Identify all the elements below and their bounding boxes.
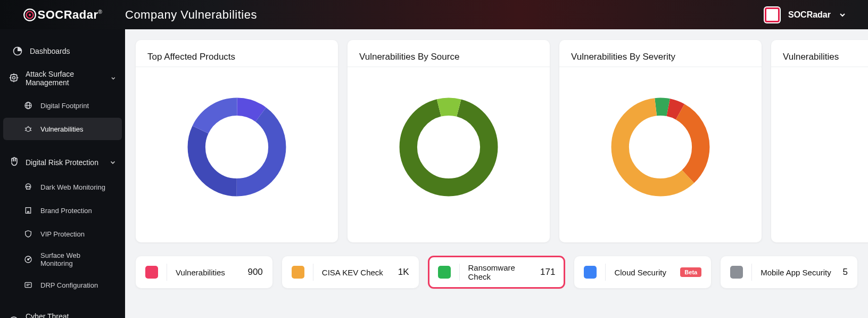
beta-badge: Beta (680, 267, 701, 277)
stat-value: 171 (540, 267, 555, 278)
svg-point-37 (408, 107, 489, 187)
shield-icon (22, 228, 34, 240)
stat-label: Vulnerabilities (176, 268, 225, 277)
stats-row: Vulnerabilities 900 CISA KEV Check 1K Ra… (136, 256, 857, 288)
stat-swatch (292, 266, 304, 279)
stat-value: 900 (247, 267, 262, 278)
chevron-down-icon (838, 11, 847, 19)
svg-point-19 (27, 186, 28, 187)
svg-rect-26 (28, 211, 29, 213)
stat-ransomware[interactable]: Ransomware Check 171 (428, 256, 565, 288)
sidebar-item-drp-config[interactable]: DRP Configuration (3, 274, 122, 296)
svg-point-5 (13, 76, 15, 79)
stat-mobile-app-security[interactable]: Mobile App Security 5 (721, 256, 857, 288)
stat-swatch (584, 266, 597, 279)
card-title: Vulnerabilities By Severity (571, 52, 750, 62)
divider (459, 264, 460, 281)
config-icon (22, 279, 34, 291)
divider (605, 264, 606, 281)
radar-scan-icon (22, 254, 34, 265)
divider (751, 264, 752, 281)
account-switcher[interactable]: SOCRadar (764, 6, 868, 23)
stat-label: Ransomware Check (468, 263, 532, 281)
stat-label: Mobile App Security (760, 268, 831, 277)
svg-line-15 (25, 128, 26, 128)
svg-line-18 (30, 130, 31, 131)
skull-icon (22, 181, 34, 193)
sidebar-item-label: Dashboards (30, 47, 70, 55)
sidebar-item-label: Cyber Threat Intelligence (26, 312, 103, 318)
sidebar-item-label: Surface Web Monitoring (40, 251, 113, 267)
eye-icon (9, 315, 19, 319)
stat-value: 5 (843, 267, 848, 278)
sidebar-item-label: Digital Risk Protection (26, 158, 98, 167)
svg-rect-29 (25, 282, 31, 287)
stat-swatch (438, 266, 451, 279)
svg-point-2 (28, 13, 30, 15)
brand-logo[interactable]: SOCRadar® (0, 8, 125, 22)
svg-line-17 (25, 130, 26, 131)
svg-rect-4 (11, 75, 17, 81)
stat-vulnerabilities[interactable]: Vulnerabilities 900 (136, 256, 272, 288)
sidebar: Dashboards Attack Surface Management Dig… (0, 29, 125, 318)
svg-line-16 (30, 128, 31, 128)
card-top-affected-products[interactable]: Top Affected Products (136, 40, 338, 242)
sidebar-item-label: Vulnerabilities (40, 125, 83, 133)
sidebar-item-dashboards[interactable]: Dashboards (3, 40, 122, 62)
charts-row: Top Affected Products Vulnerabilities By… (136, 40, 857, 242)
sidebar-item-asm[interactable]: Attack Surface Management (0, 63, 125, 93)
sidebar-item-label: Brand Protection (40, 207, 92, 215)
sidebar-item-label: DRP Configuration (40, 281, 98, 289)
chevron-down-icon (110, 75, 117, 82)
stat-cloud-security[interactable]: Cloud Security Beta (574, 256, 711, 288)
sidebar-item-vip-protection[interactable]: VIP Protection (3, 223, 122, 245)
stat-swatch (145, 266, 158, 279)
svg-point-13 (26, 127, 30, 132)
sidebar-item-brand-protection[interactable]: Brand Protection (3, 199, 122, 222)
card-title: Vulnerabilities (783, 52, 868, 62)
donut-chart-severity (607, 94, 714, 200)
page-title: Company Vulnerabilities (125, 8, 257, 22)
donut-chart-products (184, 94, 290, 200)
chevron-down-icon (109, 159, 117, 166)
sidebar-item-dark-web[interactable]: Dark Web Monitoring (3, 176, 122, 198)
sidebar-item-label: VIP Protection (40, 230, 85, 238)
main-content: Top Affected Products Vulnerabilities By… (125, 29, 868, 318)
svg-rect-21 (26, 208, 30, 214)
globe-icon (22, 100, 34, 111)
stat-swatch (730, 266, 743, 279)
hand-shield-icon (9, 156, 19, 168)
brand-text: SOCRadar® (38, 8, 103, 22)
building-icon (22, 205, 34, 216)
sidebar-item-cti[interactable]: Cyber Threat Intelligence (0, 306, 125, 318)
card-title: Vulnerabilities By Source (359, 52, 538, 62)
card-title: Top Affected Products (147, 52, 326, 62)
svg-point-20 (29, 186, 30, 187)
stat-label: Cloud Security (614, 268, 666, 277)
sidebar-item-surface-web[interactable]: Surface Web Monitoring (3, 246, 122, 273)
sidebar-item-label: Attack Surface Management (26, 70, 104, 87)
account-badge-icon (764, 6, 781, 23)
card-vuln-by-severity[interactable]: Vulnerabilities By Severity (559, 40, 762, 242)
radar-icon (23, 8, 37, 22)
sidebar-item-label: Dark Web Monitoring (40, 183, 105, 191)
sidebar-item-drp[interactable]: Digital Risk Protection (0, 150, 125, 175)
stat-cisa-kev[interactable]: CISA KEV Check 1K (282, 256, 419, 288)
stat-label: CISA KEV Check (322, 268, 383, 277)
bug-icon (22, 123, 34, 135)
stat-value: 1K (398, 267, 409, 278)
sidebar-item-digital-footprint[interactable]: Digital Footprint (3, 94, 122, 117)
sidebar-item-label: Digital Footprint (40, 102, 89, 110)
account-name: SOCRadar (788, 10, 831, 20)
card-vuln-by-source[interactable]: Vulnerabilities By Source (348, 40, 550, 242)
card-vuln-partial[interactable]: Vulnerabilities Reso (771, 40, 868, 242)
topbar: SOCRadar® Company Vulnerabilities SOCRad… (0, 0, 868, 29)
target-icon (9, 72, 19, 85)
divider (313, 264, 313, 281)
donut-chart-source (395, 94, 502, 200)
divider (167, 264, 167, 281)
dashboard-icon (12, 45, 23, 57)
svg-point-28 (28, 259, 29, 260)
sidebar-item-vulnerabilities[interactable]: Vulnerabilities (3, 118, 122, 140)
